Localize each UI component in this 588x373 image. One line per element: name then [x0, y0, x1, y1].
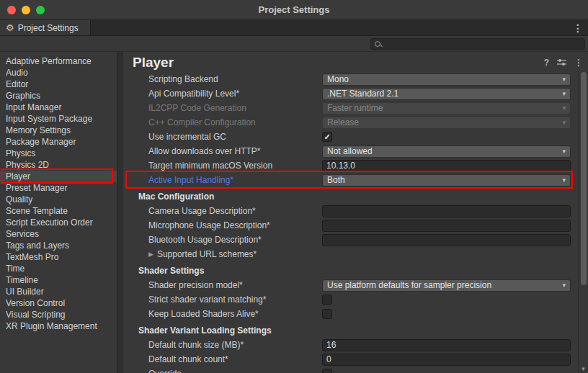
sidebar-item-xr-plugin-management[interactable]: XR Plugin Management: [0, 320, 117, 332]
setting-control: Not allowed▾: [322, 145, 571, 158]
gear-icon: ⚙: [6, 23, 14, 32]
title-bar[interactable]: Project Settings: [0, 0, 588, 20]
sidebar-item-physics-2d[interactable]: Physics 2D: [0, 159, 117, 171]
sidebar-item-tags-and-layers[interactable]: Tags and Layers: [0, 240, 117, 251]
setting-control: ✓: [322, 132, 571, 142]
help-icon[interactable]: ?: [544, 58, 549, 67]
sidebar-item-graphics[interactable]: Graphics: [0, 90, 117, 102]
setting-label: Strict shader variant matching*: [148, 295, 322, 305]
setting-row-supported-url-schemes: ▶Supported URL schemes*: [122, 247, 578, 261]
textfield-microphone-usage-description[interactable]: [322, 220, 571, 232]
dropdown-c-compiler-configuration[interactable]: Release▾: [322, 117, 571, 129]
sidebar-item-physics[interactable]: Physics: [0, 148, 117, 159]
dropdown-value: Release: [327, 117, 559, 127]
dropdown-allow-downloads-over-http[interactable]: Not allowed▾: [322, 145, 571, 158]
setting-label: Target minimum macOS Version: [148, 161, 322, 171]
search-box[interactable]: [370, 38, 585, 50]
sidebar-item-preset-manager[interactable]: Preset Manager: [0, 182, 117, 194]
tabstrip-menu-icon[interactable]: ⋮: [573, 23, 583, 33]
setting-row-camera-usage-description: Camera Usage Description*: [122, 204, 578, 218]
setting-label: Microphone Usage Description*: [148, 220, 322, 230]
dropdown-active-input-handling[interactable]: Both▾: [322, 174, 571, 186]
textfield-value: 0: [326, 354, 331, 364]
setting-row-active-input-handling: Active Input Handling*Both▾: [122, 173, 578, 187]
textfield-default-chunk-size-mb[interactable]: 16: [322, 339, 571, 351]
scrollbar-thumb[interactable]: [581, 72, 587, 285]
sidebar-item-version-control[interactable]: Version Control: [0, 297, 117, 309]
setting-row-microphone-usage-description: Microphone Usage Description*: [122, 218, 578, 233]
dropdown-value: Not allowed: [327, 146, 559, 156]
sidebar-item-audio[interactable]: Audio: [0, 67, 117, 78]
chevron-down-icon: ▾: [562, 90, 566, 97]
setting-row-override: Override: [122, 367, 578, 373]
setting-row-use-incremental-gc: Use incremental GC✓: [122, 130, 578, 144]
sidebar-item-timeline[interactable]: Timeline: [0, 274, 117, 286]
chevron-down-icon: ▾: [562, 176, 566, 184]
setting-label: Use incremental GC: [148, 132, 322, 142]
setting-control: [322, 205, 571, 217]
dropdown-value: Faster runtime: [327, 103, 559, 113]
panel-menu-icon[interactable]: ⋮: [574, 58, 583, 67]
presets-icon[interactable]: [557, 58, 566, 66]
setting-label: Api Compatibility Level*: [148, 89, 322, 99]
textfield-bluetooth-usage-description[interactable]: [322, 234, 571, 246]
checkbox-keep-loaded-shaders-alive[interactable]: [322, 309, 332, 319]
sidebar-item-input-system-package[interactable]: Input System Package: [0, 113, 117, 125]
setting-label: Keep Loaded Shaders Alive*: [148, 309, 322, 319]
search-input[interactable]: [384, 39, 581, 49]
sidebar-item-memory-settings[interactable]: Memory Settings: [0, 125, 117, 136]
sidebar-item-package-manager[interactable]: Package Manager: [0, 136, 117, 148]
chevron-down-icon: ▾: [562, 148, 566, 155]
setting-label: Shader precision model*: [148, 280, 322, 290]
setting-label: Override: [148, 369, 322, 373]
setting-control: Use platform defaults for sampler precis…: [322, 279, 571, 292]
sidebar-item-visual-scripting[interactable]: Visual Scripting: [0, 309, 117, 320]
setting-row-il2cpp-code-generation: IL2CPP Code GenerationFaster runtime▾: [122, 101, 578, 115]
textfield-target-minimum-macos-version[interactable]: 10.13.0: [322, 160, 571, 172]
sidebar-item-textmesh-pro[interactable]: TextMesh Pro: [0, 251, 117, 263]
sidebar-item-quality[interactable]: Quality: [0, 194, 117, 205]
sidebar-item-editor[interactable]: Editor: [0, 78, 117, 90]
dropdown-shader-precision-model[interactable]: Use platform defaults for sampler precis…: [322, 279, 571, 292]
sidebar-item-scene-template[interactable]: Scene Template: [0, 205, 117, 217]
minimize-button[interactable]: [22, 6, 30, 14]
foldout-arrow-icon[interactable]: ▶: [148, 251, 153, 258]
page-title: Player: [133, 55, 536, 71]
section-header-mac-configuration: Mac Configuration: [122, 189, 578, 204]
setting-row-allow-downloads-over-http: Allow downloads over HTTP*Not allowed▾: [122, 144, 578, 158]
tab-project-settings[interactable]: ⚙ Project Settings: [0, 20, 91, 35]
zoom-button[interactable]: [36, 6, 45, 14]
vertical-scrollbar[interactable]: ▾: [578, 71, 588, 373]
checkbox-strict-shader-variant-matching[interactable]: [322, 295, 332, 305]
setting-label: ▶Supported URL schemes*: [148, 249, 322, 259]
sidebar-item-input-manager[interactable]: Input Manager: [0, 102, 117, 113]
sidebar-item-ui-builder[interactable]: UI Builder: [0, 286, 117, 297]
setting-control: [322, 369, 571, 373]
sidebar-item-player[interactable]: Player: [0, 171, 117, 182]
dropdown-il2cpp-code-generation[interactable]: Faster runtime▾: [322, 102, 571, 114]
foldout-label[interactable]: Supported URL schemes*: [157, 249, 257, 259]
setting-control: 16: [322, 339, 571, 351]
sidebar-item-services[interactable]: Services: [0, 228, 117, 240]
sidebar-item-script-execution-order[interactable]: Script Execution Order: [0, 217, 117, 228]
section-header-shader-variant-loading-settings: Shader Variant Loading Settings: [122, 323, 578, 338]
setting-label: Active Input Handling*: [148, 175, 322, 185]
checkbox-override[interactable]: [322, 369, 332, 373]
setting-control: [322, 234, 571, 246]
scroll-down-arrow-icon[interactable]: ▾: [579, 365, 588, 372]
textfield-default-chunk-count[interactable]: 0: [322, 354, 571, 366]
player-settings-panel: Player ? ⋮ Scripting BackendMono▾Api Com…: [122, 52, 588, 373]
textfield-camera-usage-description[interactable]: [322, 205, 571, 217]
setting-row-c-compiler-configuration: C++ Compiler ConfigurationRelease▾: [122, 115, 578, 130]
search-toolbar: [0, 36, 588, 52]
sidebar-item-adaptive-performance[interactable]: Adaptive Performance: [0, 55, 117, 67]
sidebar-item-time[interactable]: Time: [0, 263, 117, 274]
dropdown-scripting-backend[interactable]: Mono▾: [322, 73, 571, 86]
setting-control: 10.13.0: [322, 160, 571, 172]
setting-label: IL2CPP Code Generation: [148, 103, 322, 113]
close-button[interactable]: [7, 6, 16, 14]
setting-row-shader-precision-model: Shader precision model*Use platform defa…: [122, 278, 578, 292]
setting-label: Allow downloads over HTTP*: [148, 146, 322, 156]
dropdown-api-compatibility-level[interactable]: .NET Standard 2.1▾: [322, 88, 571, 100]
checkbox-use-incremental-gc[interactable]: ✓: [322, 132, 332, 142]
